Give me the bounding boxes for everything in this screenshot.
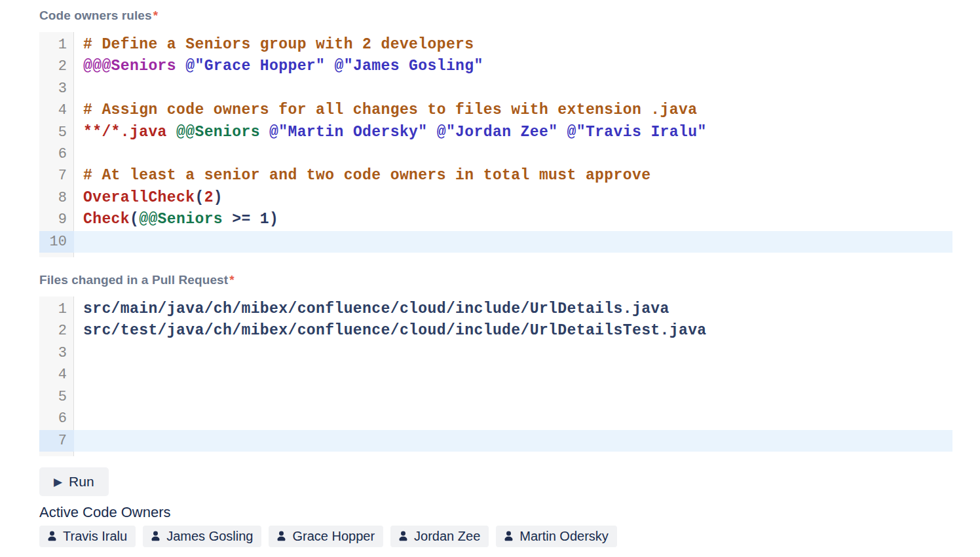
- owner-chip-label: Martin Odersky: [519, 529, 609, 544]
- code-line: [74, 253, 952, 257]
- line-number: 3: [39, 342, 74, 364]
- owner-chip: Travis Iralu: [39, 526, 136, 547]
- required-asterisk: *: [153, 9, 159, 22]
- person-icon: [397, 530, 409, 543]
- line-number: 10: [39, 231, 74, 253]
- code-line[interactable]: @@@Seniors @"Grace Hopper" @"James Gosli…: [74, 56, 952, 77]
- line-number: [39, 253, 74, 257]
- code-line[interactable]: [74, 430, 952, 452]
- token-plain: [167, 124, 176, 141]
- person-icon: [46, 530, 58, 543]
- play-icon: ▶: [54, 476, 62, 488]
- line-number: 7: [39, 430, 74, 452]
- token-owner: @"Jordan Zee": [437, 124, 558, 141]
- line-number: 2: [39, 56, 74, 77]
- token-group: @@Seniors: [176, 124, 260, 141]
- code-line[interactable]: **/*.java @@Seniors @"Martin Odersky" @"…: [74, 122, 952, 143]
- owner-chip-label: Jordan Zee: [414, 529, 480, 544]
- token-plain: [223, 211, 232, 228]
- token-func: Check: [83, 211, 130, 228]
- person-icon: [275, 530, 288, 543]
- token-plain: [325, 58, 334, 75]
- token-plain: [251, 211, 260, 228]
- field-label-text: Files changed in a Pull Request: [39, 273, 228, 287]
- token-owner: @"James Gosling": [334, 58, 483, 75]
- required-asterisk: *: [229, 273, 235, 287]
- token-punct: (: [195, 189, 204, 206]
- token-owner: @"Martin Odersky": [269, 124, 427, 141]
- line-number: 1: [39, 298, 74, 320]
- line-number: 8: [39, 187, 74, 209]
- line-number: 3: [39, 78, 74, 99]
- token-comment: # Assign code owners for all changes to …: [83, 101, 697, 118]
- token-group: @@Seniors: [139, 211, 223, 228]
- token-comment: # At least a senior and two code owners …: [83, 167, 650, 184]
- line-number: 1: [39, 34, 74, 56]
- owner-chip-label: Travis Iralu: [63, 529, 127, 544]
- token-punct: 1: [260, 211, 269, 228]
- run-button[interactable]: ▶ Run: [39, 467, 109, 496]
- run-button-label: Run: [69, 474, 94, 490]
- code-owners-rules-label: Code owners rules*: [39, 9, 952, 22]
- code-line[interactable]: [74, 143, 952, 165]
- person-icon: [502, 530, 515, 543]
- code-line: [74, 452, 952, 456]
- active-code-owners-heading: Active Code Owners: [39, 504, 952, 520]
- line-number: 4: [39, 99, 74, 121]
- token-plain: [176, 58, 185, 75]
- token-owner: @"Grace Hopper": [185, 58, 325, 75]
- code-line[interactable]: # At least a senior and two code owners …: [74, 165, 952, 187]
- token-owner: @"Travis Iralu": [567, 124, 707, 141]
- code-owners-playground-page: Code owners rules* 1# Define a Seniors g…: [0, 0, 980, 547]
- line-number: 5: [39, 122, 74, 143]
- person-icon: [149, 530, 162, 543]
- token-punct: (: [130, 211, 139, 228]
- token-punct: ): [214, 189, 223, 206]
- code-line[interactable]: src/main/java/ch/mibex/confluence/cloud/…: [74, 298, 952, 320]
- code-line[interactable]: [74, 408, 952, 429]
- files-changed-label: Files changed in a Pull Request*: [39, 274, 952, 287]
- token-path: src/main/java/ch/mibex/confluence/cloud/…: [83, 300, 669, 317]
- owner-chip: James Gosling: [143, 526, 261, 547]
- owner-chip: Jordan Zee: [390, 526, 489, 547]
- line-number: 7: [39, 165, 74, 187]
- owner-chip-label: James Gosling: [166, 529, 253, 544]
- code-line[interactable]: [74, 386, 952, 408]
- code-line[interactable]: OverallCheck(2): [74, 187, 952, 209]
- line-number: 9: [39, 209, 74, 230]
- code-line[interactable]: [74, 364, 952, 386]
- active-code-owners-list: Travis IraluJames GoslingGrace HopperJor…: [39, 526, 952, 547]
- owner-chip: Martin Odersky: [496, 526, 617, 547]
- line-number: 2: [39, 320, 74, 342]
- line-number: 6: [39, 143, 74, 165]
- line-number: 4: [39, 364, 74, 386]
- token-func: OverallCheck: [83, 189, 195, 206]
- files-changed-editor[interactable]: 1src/main/java/ch/mibex/confluence/cloud…: [39, 296, 952, 456]
- code-line[interactable]: Check(@@Seniors >= 1): [74, 209, 952, 230]
- code-line[interactable]: [74, 231, 952, 253]
- token-plain: [260, 124, 269, 141]
- owner-chip: Grace Hopper: [269, 526, 383, 547]
- line-number: 5: [39, 386, 74, 408]
- field-label-text: Code owners rules: [39, 9, 152, 22]
- code-line[interactable]: # Define a Seniors group with 2 develope…: [74, 34, 952, 56]
- token-plain: [557, 124, 567, 141]
- token-punct: ): [269, 211, 278, 228]
- line-number: [39, 452, 74, 456]
- token-punct: >=: [232, 211, 250, 228]
- code-line[interactable]: [74, 342, 952, 364]
- code-owners-rules-editor[interactable]: 1# Define a Seniors group with 2 develop…: [39, 32, 952, 257]
- code-line[interactable]: src/test/java/ch/mibex/confluence/cloud/…: [74, 320, 952, 342]
- line-number: 6: [39, 408, 74, 429]
- token-path: src/test/java/ch/mibex/confluence/cloud/…: [83, 322, 707, 339]
- token-comment: # Define a Seniors group with 2 develope…: [83, 36, 474, 53]
- token-atom: @@@Seniors: [83, 58, 176, 75]
- code-line[interactable]: # Assign code owners for all changes to …: [74, 99, 952, 121]
- token-number: 2: [204, 189, 214, 206]
- owner-chip-label: Grace Hopper: [292, 529, 375, 544]
- token-plain: [428, 124, 437, 141]
- token-pattern: **/*.java: [83, 124, 167, 141]
- code-line[interactable]: [74, 78, 952, 99]
